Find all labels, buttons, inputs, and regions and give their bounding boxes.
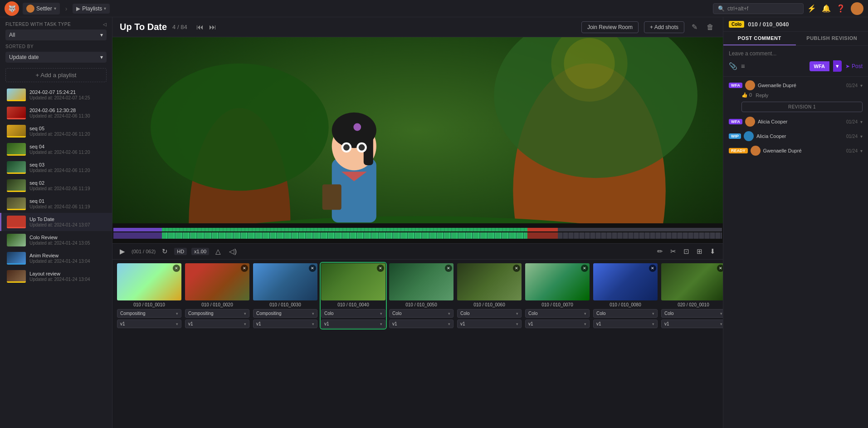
thumb-task-dropdown[interactable]: Compositing ▾	[117, 309, 181, 318]
nav-first-button[interactable]: ⏮	[195, 22, 205, 32]
playlist-item[interactable]: 2024-02-06 12:30:28 Updated at: 2024-02-…	[0, 104, 112, 122]
thumb-version-dropdown[interactable]: v1 ▾	[185, 320, 249, 328]
join-review-button[interactable]: Join Review Room	[581, 21, 639, 33]
tab-post-comment[interactable]: POST COMMENT	[723, 32, 796, 45]
thumb-close-button[interactable]: ✕	[513, 265, 520, 272]
thumb-close-button[interactable]: ✕	[241, 265, 248, 272]
thumb-task-dropdown[interactable]: Compositing ▾	[185, 309, 249, 318]
compare-button[interactable]: ⊡	[682, 246, 691, 256]
thumb-close-button[interactable]: ✕	[717, 265, 723, 272]
comment-expand-icon[interactable]: ▾	[860, 134, 863, 139]
search-bar[interactable]: 🔍 ctrl+alt+f	[713, 3, 804, 14]
playlist-item[interactable]: Up To Date Updated at: 2024-01-24 13:07	[0, 213, 112, 231]
wfa-dropdown-button[interactable]: ▾	[833, 60, 842, 72]
thumb-close-button[interactable]: ✕	[309, 265, 316, 272]
help-icon[interactable]: ❓	[836, 4, 845, 13]
sidebar-collapse-icon[interactable]: ◁	[103, 22, 107, 27]
thumb-version-dropdown[interactable]: v1 ▾	[661, 320, 723, 328]
thumbnail-card[interactable]: ✕ 010 / 010_0070 Colo ▾ v1 ▾	[525, 263, 590, 328]
thumb-close-button[interactable]: ✕	[173, 265, 180, 272]
project-selector[interactable]: Settler ▾	[23, 3, 60, 15]
thumbnail-card[interactable]: ✕ 010 / 010_0020 Compositing ▾ v1 ▾	[185, 263, 249, 328]
thumbnail-card[interactable]: ✕ 010 / 010_0060 Colo ▾ v1 ▾	[457, 263, 522, 328]
post-button[interactable]: ➤ Post	[845, 63, 863, 69]
thumb-close-button[interactable]: ✕	[445, 265, 452, 272]
bolt-icon[interactable]: ⚡	[807, 4, 816, 13]
playlist-item[interactable]: 2024-02-07 15:24:21 Updated at: 2024-02-…	[0, 86, 112, 104]
thumb-task-dropdown[interactable]: Colo ▾	[525, 309, 590, 318]
audio-button[interactable]: △	[214, 246, 223, 256]
sort-dropdown[interactable]: Update date ▾	[5, 52, 107, 63]
thumbnail-card[interactable]: ✕ 010 / 010_0030 Compositing ▾ v1 ▾	[253, 263, 317, 328]
playlist-item[interactable]: Anim Review Updated at: 2024-01-24 13:04	[0, 249, 112, 267]
add-shots-button[interactable]: + Add shots	[644, 21, 684, 33]
mute-button[interactable]: ◁)	[227, 246, 239, 256]
comment-expand-icon[interactable]: ▾	[860, 148, 863, 153]
thumb-version-dropdown[interactable]: v1 ▾	[593, 320, 658, 328]
thumb-version-chevron-icon: ▾	[380, 322, 382, 326]
thumb-task-dropdown[interactable]: Colo ▾	[457, 309, 522, 318]
nav-last-button[interactable]: ⏭	[207, 22, 218, 32]
user-avatar[interactable]	[851, 2, 863, 15]
playlist-item[interactable]: seq 05 Updated at: 2024-02-06 11:20	[0, 122, 112, 140]
thumb-version-dropdown[interactable]: v1 ▾	[389, 320, 454, 328]
thumbnail-card[interactable]: ✕ 010 / 010_0040 Colo ▾ v1 ▾	[321, 263, 385, 328]
thumbnail-card[interactable]: ✕ 020 / 020_0010 Colo ▾ v1 ▾	[661, 263, 723, 328]
clip-button[interactable]: ✂	[668, 246, 678, 256]
thumb-version-dropdown[interactable]: v1 ▾	[525, 320, 590, 328]
sort-chevron-icon: ▾	[100, 54, 103, 60]
thumb-version-dropdown[interactable]: v1 ▾	[457, 320, 522, 328]
task-type-filter[interactable]: All ▾	[5, 30, 107, 40]
tab-publish-revision[interactable]: PUBLISH REVISION	[796, 32, 868, 45]
playlist-item[interactable]: seq 03 Updated at: 2024-02-06 11:20	[0, 158, 112, 177]
thumb-label: 010 / 010_0060	[457, 302, 522, 307]
playlist-item[interactable]: seq 01 Updated at: 2024-02-06 11:19	[0, 195, 112, 213]
annotation-button[interactable]: ✏	[655, 246, 665, 256]
download-button[interactable]: ⬇	[708, 246, 717, 256]
thumb-label: 010 / 010_0030	[253, 302, 317, 307]
thumb-task-dropdown[interactable]: Colo ▾	[661, 309, 723, 318]
content-header: Up To Date 4 / 84 ⏮ ⏭ Join Review Room +…	[112, 17, 723, 37]
thumb-version-dropdown[interactable]: v1 ▾	[321, 320, 385, 328]
thumb-task-value: Colo	[596, 311, 606, 316]
thumb-task-dropdown[interactable]: Compositing ▾	[253, 309, 317, 318]
thumb-close-button[interactable]: ✕	[649, 265, 656, 272]
wfa-button[interactable]: WFA	[809, 61, 829, 71]
thumb-close-button[interactable]: ✕	[377, 265, 384, 272]
thumb-task-dropdown[interactable]: Colo ▾	[593, 309, 658, 318]
playlist-item[interactable]: seq 04 Updated at: 2024-02-06 11:20	[0, 140, 112, 158]
crop-button[interactable]: ⊞	[695, 246, 704, 256]
playlist-selector[interactable]: ▶ Playlists ▾	[73, 4, 110, 14]
comment-header: WFA Gwenaelle Dupré 01/24 ▾	[729, 80, 863, 90]
playlist-item[interactable]: Colo Review Updated at: 2024-01-24 13:05	[0, 231, 112, 249]
attachment-icon[interactable]: 📎	[729, 62, 737, 70]
play-button[interactable]: ▶	[118, 246, 127, 256]
timeline[interactable]	[112, 223, 723, 243]
comment-input[interactable]	[729, 50, 863, 57]
thumb-close-button[interactable]: ✕	[581, 265, 588, 272]
thumb-task-dropdown[interactable]: Colo ▾	[389, 309, 454, 318]
playlist-item[interactable]: seq 02 Updated at: 2024-02-06 11:19	[0, 177, 112, 195]
thumb-version-dropdown[interactable]: v1 ▾	[253, 320, 317, 328]
playlist-item[interactable]: Layout review Updated at: 2024-01-24 13:…	[0, 267, 112, 285]
revision-label[interactable]: REVISION 1	[741, 102, 863, 112]
add-playlist-button[interactable]: + Add a playlist	[5, 68, 107, 82]
thumb-task-dropdown[interactable]: Colo ▾	[321, 309, 385, 318]
svg-point-18	[564, 38, 614, 89]
comment-expand-icon[interactable]: ▾	[860, 119, 863, 124]
like-button[interactable]: 👍 0	[741, 92, 752, 98]
thumb-version-dropdown[interactable]: v1 ▾	[117, 320, 181, 328]
loop-button[interactable]: ↻	[160, 246, 170, 256]
playlist-thumb	[7, 197, 26, 210]
bell-icon[interactable]: 🔔	[822, 4, 831, 13]
edit-icon[interactable]: ✎	[690, 21, 699, 33]
comment-expand-icon[interactable]: ▾	[860, 83, 863, 88]
thumbnail-card[interactable]: ✕ 010 / 010_0010 Compositing ▾ v1 ▾	[117, 263, 181, 328]
list-icon[interactable]: ≡	[741, 62, 745, 70]
thumbnail-card[interactable]: ✕ 010 / 010_0080 Colo ▾ v1 ▾	[593, 263, 658, 328]
speed-badge[interactable]: x1.00	[191, 248, 209, 255]
quality-badge[interactable]: HD	[174, 248, 187, 255]
reply-button[interactable]: Reply	[756, 93, 768, 98]
thumbnail-card[interactable]: ✕ 010 / 010_0050 Colo ▾ v1 ▾	[389, 263, 454, 328]
delete-icon[interactable]: 🗑	[705, 21, 716, 33]
